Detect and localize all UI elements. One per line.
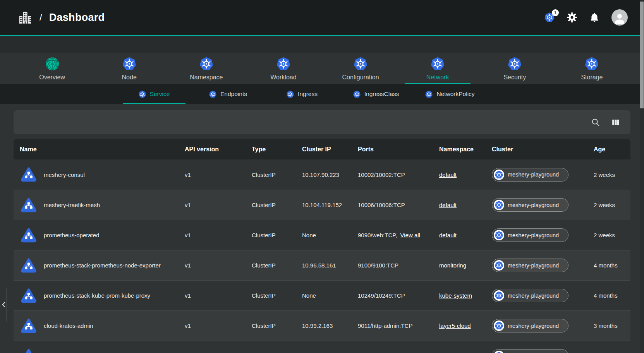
service-icon <box>20 318 38 334</box>
chevron-left-icon <box>0 301 8 308</box>
settings-gear-icon[interactable] <box>567 12 577 23</box>
view-all-link[interactable]: View all <box>400 232 420 238</box>
cluster-cell: meshery-playground <box>492 319 594 332</box>
table-row[interactable]: prometheus-stack-kube-prom-kube-proxy v1… <box>14 280 630 310</box>
cluster-name: meshery-playground <box>508 323 559 329</box>
kubernetes-icon <box>507 57 522 71</box>
cluster-chip[interactable]: meshery-playground <box>492 228 568 242</box>
cluster-cell: meshery-playground <box>492 289 594 302</box>
kubernetes-icon <box>276 57 291 71</box>
table-row[interactable]: meshery meshery-playground <box>14 341 630 353</box>
column-header-type[interactable]: Type <box>252 146 302 153</box>
cluster-cell: meshery-playground <box>492 349 594 353</box>
cluster-ip-cell: 10.107.90.223 <box>302 171 358 178</box>
service-name: prometheus-stack-prometheus-node-exporte… <box>44 262 161 269</box>
kubernetes-icon <box>209 90 217 98</box>
cluster-name: meshery-playground <box>508 262 559 269</box>
tab-workload[interactable]: Workload <box>245 53 322 84</box>
ports-text: 10002/10002:TCP <box>358 171 405 178</box>
cluster-chip[interactable]: meshery-playground <box>492 198 568 212</box>
namespace-link[interactable]: layer5-cloud <box>439 322 471 329</box>
cluster-chip[interactable]: meshery-playground <box>492 319 568 332</box>
cluster-chip[interactable]: meshery-playground <box>492 349 568 353</box>
services-table: Name API version Type Cluster IP Ports N… <box>14 139 630 353</box>
tab-security[interactable]: Security <box>476 53 553 84</box>
user-avatar[interactable] <box>611 9 628 26</box>
dashboard-app: / Dashboard 1 Overview Node Namespace <box>0 0 644 353</box>
kubernetes-icon <box>494 260 504 271</box>
subtab-ingressclass[interactable]: IngressClass <box>339 84 413 104</box>
column-header-name[interactable]: Name <box>20 146 185 153</box>
table-row[interactable]: prometheus-stack-prometheus-node-exporte… <box>14 250 630 280</box>
subtab-endpoints[interactable]: Endpoints <box>191 84 265 104</box>
namespace-cell: layer5-cloud <box>439 322 492 329</box>
column-header-namespace[interactable]: Namespace <box>439 146 492 153</box>
kubernetes-icon <box>494 351 504 353</box>
age-cell: 4 months <box>594 262 630 269</box>
subtab-ingress[interactable]: Ingress <box>265 84 339 104</box>
namespace-link[interactable]: default <box>439 232 457 238</box>
cluster-chip[interactable]: meshery-playground <box>492 259 568 272</box>
column-header-ports[interactable]: Ports <box>358 146 439 153</box>
cluster-ip-cell: 10.104.119.152 <box>302 202 358 208</box>
table-row[interactable]: meshery-consul v1 ClusterIP 10.107.90.22… <box>14 159 630 190</box>
ports-cell: 9090/web:TCP, View all <box>358 232 439 238</box>
meshery-icon <box>45 57 60 71</box>
cluster-cell: meshery-playground <box>492 168 594 182</box>
service-name: prometheus-stack-kube-prom-kube-proxy <box>44 292 150 299</box>
drawer-collapse-button[interactable] <box>0 299 8 310</box>
network-subtabs: Service Endpoints Ingress IngressClass N… <box>0 84 644 104</box>
cluster-ip-cell: None <box>302 292 358 299</box>
subtab-service[interactable]: Service <box>117 84 191 104</box>
namespace-link[interactable]: default <box>439 202 457 208</box>
service-icon <box>20 348 38 353</box>
namespace-link[interactable]: default <box>439 171 457 178</box>
namespace-link[interactable]: monitoring <box>439 262 466 269</box>
tab-storage[interactable]: Storage <box>553 53 630 84</box>
service-table-section: Name API version Type Cluster IP Ports N… <box>0 104 644 353</box>
cluster-ip-cell: 10.96.58.161 <box>302 262 358 269</box>
age-cell: 4 months <box>594 292 630 299</box>
top-spacer <box>0 36 644 53</box>
service-name-cell: prometheus-stack-prometheus-node-exporte… <box>20 257 185 274</box>
api-version-cell: v1 <box>185 292 252 299</box>
service-name: meshery-consul <box>44 171 85 178</box>
type-cell: ClusterIP <box>252 262 302 269</box>
service-name: meshery-traefik-mesh <box>44 202 100 208</box>
cluster-ip-cell: None <box>302 232 358 238</box>
age-cell: 2 weeks <box>594 171 630 178</box>
kubernetes-icon <box>430 57 445 71</box>
tab-overview[interactable]: Overview <box>14 53 91 84</box>
cluster-chip[interactable]: meshery-playground <box>492 168 568 182</box>
cluster-name: meshery-playground <box>508 171 559 178</box>
scrollbar-thumb[interactable] <box>640 2 644 108</box>
api-version-cell: v1 <box>185 322 252 329</box>
api-version-cell: v1 <box>185 262 252 269</box>
ports-text: 10006/10006:TCP <box>358 202 405 208</box>
tab-configuration[interactable]: Configuration <box>322 53 399 84</box>
table-row[interactable]: meshery-traefik-mesh v1 ClusterIP 10.104… <box>14 190 630 220</box>
search-icon[interactable] <box>591 118 600 127</box>
notifications-bell-icon[interactable] <box>589 12 600 23</box>
view-columns-icon[interactable] <box>611 118 620 127</box>
service-name-cell: prometheus-operated <box>20 227 185 243</box>
column-header-cluster-ip[interactable]: Cluster IP <box>302 146 358 153</box>
cluster-cell: meshery-playground <box>492 198 594 212</box>
kubernetes-context-button[interactable]: 1 <box>544 12 555 23</box>
tab-node[interactable]: Node <box>91 53 168 84</box>
column-header-api-version[interactable]: API version <box>185 146 252 153</box>
column-header-cluster[interactable]: Cluster <box>492 146 594 153</box>
table-row[interactable]: cloud-kratos-admin v1 ClusterIP 10.99.2.… <box>14 310 630 341</box>
cluster-cell: meshery-playground <box>492 259 594 272</box>
organization-building-icon[interactable] <box>18 10 33 25</box>
tab-network[interactable]: Network <box>399 53 476 84</box>
column-header-age[interactable]: Age <box>594 146 630 153</box>
namespace-link[interactable]: kube-system <box>439 292 472 299</box>
page-scrollbar[interactable] <box>640 0 644 353</box>
tab-namespace[interactable]: Namespace <box>168 53 245 84</box>
cluster-chip[interactable]: meshery-playground <box>492 289 568 302</box>
context-count-badge: 1 <box>552 9 559 16</box>
table-row[interactable]: prometheus-operated v1 ClusterIP None 90… <box>14 220 630 250</box>
kubernetes-icon <box>494 170 504 180</box>
subtab-networkpolicy[interactable]: NetworkPolicy <box>413 84 487 104</box>
